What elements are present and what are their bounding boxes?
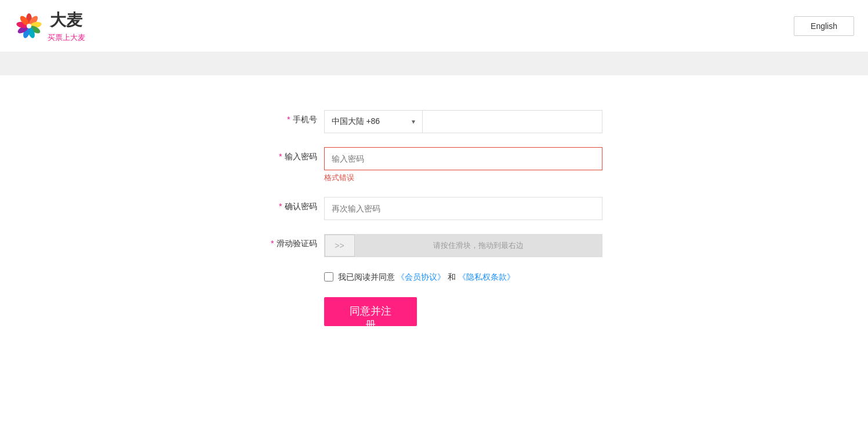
svg-point-9 bbox=[27, 24, 31, 28]
phone-row: *手机号 中国大陆 +86 ▾ bbox=[266, 110, 602, 133]
password-input[interactable] bbox=[324, 147, 602, 170]
required-star: * bbox=[287, 115, 290, 124]
logo-icon bbox=[14, 11, 44, 41]
agreement-checkbox[interactable] bbox=[324, 272, 333, 282]
captcha-input-area: >> 请按住滑块，拖动到最右边 bbox=[324, 234, 602, 257]
phone-number-input[interactable] bbox=[423, 110, 602, 133]
slider-arrow-icon: >> bbox=[335, 241, 344, 250]
submit-row: 同意并注册 bbox=[324, 297, 602, 326]
slider-track-hint: 请按住滑块，拖动到最右边 bbox=[355, 235, 602, 257]
brand-name: 大麦 bbox=[50, 9, 85, 31]
phone-input-area: 中国大陆 +86 ▾ bbox=[324, 110, 602, 133]
password-input-area: 格式错误 bbox=[324, 147, 602, 183]
confirm-password-input-area bbox=[324, 197, 602, 220]
confirm-password-input[interactable] bbox=[324, 197, 602, 220]
required-star-4: * bbox=[271, 239, 274, 248]
language-button[interactable]: English bbox=[794, 16, 854, 36]
main-content: *手机号 中国大陆 +86 ▾ *输入密码 格式错误 bbox=[0, 75, 868, 446]
captcha-row: *滑动验证码 >> 请按住滑块，拖动到最右边 bbox=[266, 234, 602, 257]
password-label: *输入密码 bbox=[266, 147, 324, 162]
chevron-down-icon: ▾ bbox=[412, 118, 415, 126]
agreement-text: 我已阅读并同意 《会员协议》 和 《隐私权条款》 bbox=[338, 271, 515, 283]
confirm-password-row: *确认密码 bbox=[266, 197, 602, 220]
agreement-row: 我已阅读并同意 《会员协议》 和 《隐私权条款》 bbox=[324, 271, 602, 283]
registration-form: *手机号 中国大陆 +86 ▾ *输入密码 格式错误 bbox=[266, 110, 602, 446]
phone-label: *手机号 bbox=[266, 110, 324, 125]
member-agreement-link[interactable]: 《会员协议》 bbox=[397, 272, 445, 282]
logo-area: 大麦 买票上大麦 bbox=[14, 9, 85, 43]
slider-captcha[interactable]: >> 请按住滑块，拖动到最右边 bbox=[324, 234, 602, 257]
phone-input-group: 中国大陆 +86 ▾ bbox=[324, 110, 602, 133]
country-code-label: 中国大陆 +86 bbox=[332, 116, 380, 127]
confirm-password-label: *确认密码 bbox=[266, 197, 324, 212]
header: 大麦 买票上大麦 English bbox=[0, 0, 868, 52]
required-star-3: * bbox=[279, 202, 282, 211]
captcha-label: *滑动验证码 bbox=[266, 234, 324, 249]
privacy-policy-link[interactable]: 《隐私权条款》 bbox=[458, 272, 515, 282]
password-row: *输入密码 格式错误 bbox=[266, 147, 602, 183]
slider-handle[interactable]: >> bbox=[325, 235, 355, 257]
sub-header bbox=[0, 52, 868, 75]
submit-button[interactable]: 同意并注册 bbox=[324, 297, 417, 326]
required-star-2: * bbox=[279, 152, 282, 161]
country-code-selector[interactable]: 中国大陆 +86 ▾ bbox=[324, 110, 423, 133]
brand-slogan: 买票上大麦 bbox=[48, 32, 85, 43]
password-error-text: 格式错误 bbox=[324, 173, 602, 183]
